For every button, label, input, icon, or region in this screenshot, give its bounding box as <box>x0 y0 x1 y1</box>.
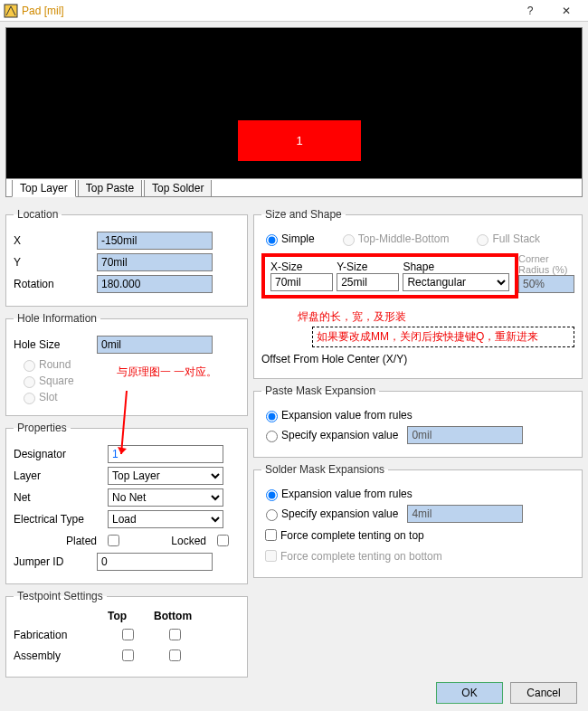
label-locked: Locked <box>123 535 213 547</box>
annotation-designator: 与原理图一 一对应。 <box>117 365 217 380</box>
cancel-button[interactable]: Cancel <box>510 682 577 704</box>
label-x: X <box>14 234 97 247</box>
svg-marker-2 <box>118 447 127 454</box>
label-y: Y <box>14 256 97 269</box>
radio-tmb <box>343 234 355 246</box>
label-square: Square <box>39 374 74 387</box>
head-radius: Corner Radius (%) <box>518 253 574 275</box>
radio-simple[interactable] <box>266 234 278 246</box>
annotation-mm: 如果要改成MM，关闭后按快捷键Q，重新进来 <box>317 330 538 343</box>
head-bottom: Bottom <box>154 610 192 622</box>
check-tent-bottom <box>265 550 277 562</box>
head-ysize: Y-Size <box>335 261 401 273</box>
radio-solder-specify[interactable] <box>266 509 278 521</box>
label-etype: Electrical Type <box>14 513 108 526</box>
radio-square <box>24 376 35 388</box>
annotation-size: 焊盘的长，宽，及形装 <box>298 309 574 325</box>
head-xsize: X-Size <box>269 261 335 273</box>
app-icon <box>4 4 18 18</box>
check-plated[interactable] <box>108 535 119 546</box>
input-rotation[interactable] <box>97 275 213 293</box>
check-asm-bottom[interactable] <box>169 649 181 661</box>
title-bar: Pad [mil] ? ✕ <box>0 0 588 22</box>
group-size-shape: Size and Shape Simple Top-Middle-Bottom … <box>253 208 583 379</box>
label-tent-top: Force complete tenting on top <box>280 529 424 542</box>
label-designator: Designator <box>14 448 108 460</box>
radio-slot <box>24 393 35 404</box>
label-hole-size: Hole Size <box>14 338 97 351</box>
radio-paste-specify[interactable] <box>266 431 278 442</box>
label-tent-bottom: Force complete tenting on bottom <box>280 550 442 563</box>
check-tent-top[interactable] <box>265 529 277 541</box>
label-solder-specify: Specify expansion value <box>281 507 398 520</box>
legend-location: Location <box>14 208 62 221</box>
window-title: Pad [mil] <box>22 5 512 17</box>
input-radius <box>518 275 574 293</box>
select-etype[interactable]: Load <box>108 510 223 528</box>
group-paste-mask: Paste Mask Expansion Expansion value fro… <box>253 384 583 458</box>
radio-solder-rules[interactable] <box>266 489 278 501</box>
input-x[interactable] <box>97 232 213 250</box>
legend-testpoint: Testpoint Settings <box>14 590 107 602</box>
input-xsize[interactable] <box>270 273 333 291</box>
legend-paste-mask: Paste Mask Expansion <box>261 384 379 397</box>
label-slot: Slot <box>39 391 58 403</box>
legend-hole: Hole Information <box>14 312 100 325</box>
check-fab-top[interactable] <box>122 629 134 640</box>
label-fabrication: Fabrication <box>14 629 104 641</box>
legend-properties: Properties <box>14 422 71 434</box>
label-offset: Offset From Hole Center (X/Y) <box>261 353 407 365</box>
ok-button[interactable]: OK <box>436 682 503 704</box>
check-fab-bottom[interactable] <box>169 629 181 640</box>
label-round: Round <box>39 358 71 371</box>
pad-preview: 1 <box>5 27 583 179</box>
input-paste-value <box>407 426 523 444</box>
help-button[interactable]: ? <box>512 5 548 17</box>
label-tmb: Top-Middle-Bottom <box>358 232 450 245</box>
input-jumper[interactable] <box>97 553 213 571</box>
select-layer[interactable]: Top Layer <box>108 467 223 485</box>
tab-top-paste[interactable]: Top Paste <box>78 180 142 197</box>
svg-line-1 <box>121 391 127 454</box>
head-top: Top <box>108 610 127 622</box>
radio-round <box>24 360 35 372</box>
label-simple: Simple <box>281 232 315 245</box>
select-shape[interactable]: Rectangular <box>403 273 509 291</box>
size-shape-box: X-Size Y-Size Shape Rectangular <box>261 253 518 299</box>
close-button[interactable]: ✕ <box>548 5 584 17</box>
label-paste-specify: Specify expansion value <box>281 429 398 441</box>
group-testpoint: Testpoint Settings Top Bottom Fabricatio… <box>5 590 248 678</box>
group-location: Location X Y Rotation <box>5 208 248 307</box>
label-fullstack: Full Stack <box>492 232 540 245</box>
label-assembly: Assembly <box>14 649 104 662</box>
input-solder-value <box>407 505 523 523</box>
annotation-arrow <box>118 391 136 466</box>
label-jumper: Jumper ID <box>14 555 97 568</box>
head-shape: Shape <box>401 261 511 273</box>
check-asm-top[interactable] <box>122 649 134 661</box>
radio-paste-rules[interactable] <box>266 411 278 422</box>
input-ysize[interactable] <box>337 273 399 291</box>
label-plated: Plated <box>14 535 104 547</box>
dialog-footer: OK Cancel <box>436 682 577 704</box>
input-y[interactable] <box>97 253 213 271</box>
group-solder-mask: Solder Mask Expansions Expansion value f… <box>253 463 583 578</box>
label-net: Net <box>14 491 108 504</box>
check-locked[interactable] <box>217 535 229 546</box>
input-hole-size[interactable] <box>97 336 213 354</box>
legend-size-shape: Size and Shape <box>261 208 346 221</box>
tab-top-solder[interactable]: Top Solder <box>144 180 212 197</box>
legend-solder-mask: Solder Mask Expansions <box>261 463 388 476</box>
pad-shape: 1 <box>238 120 361 161</box>
label-solder-rules: Expansion value from rules <box>281 488 413 500</box>
tab-top-layer[interactable]: Top Layer <box>12 180 76 197</box>
radio-fullstack <box>477 234 488 246</box>
annotation-mm-box: 如果要改成MM，关闭后按快捷键Q，重新进来 <box>312 327 574 347</box>
label-layer: Layer <box>14 469 108 482</box>
label-paste-rules: Expansion value from rules <box>281 409 413 422</box>
layer-tabs: Top Layer Top Paste Top Solder <box>5 179 583 197</box>
label-rotation: Rotation <box>14 278 97 290</box>
select-net[interactable]: No Net <box>108 488 223 507</box>
